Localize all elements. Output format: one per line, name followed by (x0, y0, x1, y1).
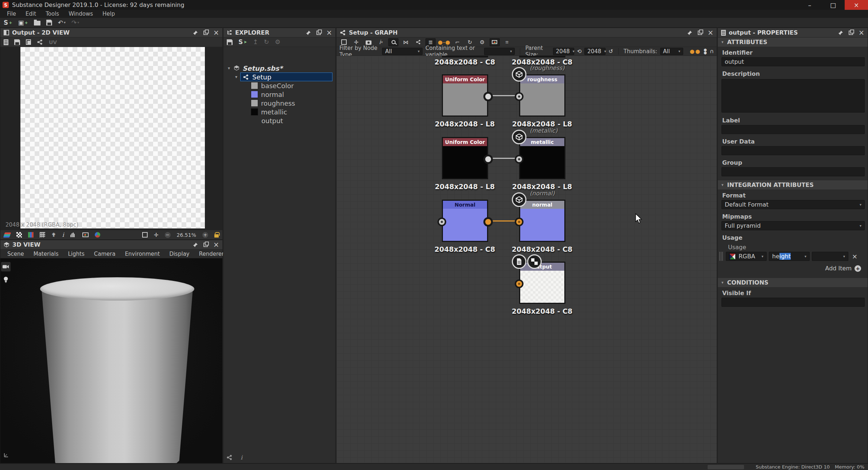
section-integration-attributes[interactable]: ▾ INTEGRATION ATTRIBUTES (718, 180, 868, 189)
input-connector[interactable] (515, 218, 523, 226)
tree-row-output[interactable]: baseColor (223, 81, 335, 90)
maximize-button[interactable]: □ (821, 0, 845, 10)
add-item-button[interactable]: Add Item+ (825, 265, 861, 272)
mipmaps-select[interactable]: Full pyramid▾ (721, 221, 865, 230)
information-icon[interactable]: i (241, 454, 242, 461)
node-thumbnail[interactable] (443, 146, 487, 178)
output-label[interactable]: roughness (261, 99, 295, 107)
graph-header[interactable]: Setup - GRAPH × (336, 28, 717, 38)
tree-row-output[interactable]: roughness (223, 99, 335, 107)
publish-substance-icon[interactable]: S➤ (238, 39, 247, 45)
node-uniform-color-roughness[interactable]: Uniform Color (442, 74, 488, 117)
3d-view-header[interactable]: 3D VIEW × (0, 240, 222, 250)
link-size-icon[interactable]: ⟲ (577, 48, 582, 55)
fit-view-icon[interactable] (142, 232, 148, 238)
node-output[interactable]: output (519, 262, 565, 304)
close-panel-icon[interactable]: × (708, 29, 713, 36)
undo-icon[interactable]: ↶▾ (58, 20, 66, 26)
camera-mode-icon[interactable] (1, 262, 11, 271)
pin-icon[interactable] (306, 30, 311, 35)
reset-size-icon[interactable]: ↺ (608, 48, 613, 55)
node-header[interactable]: output (520, 263, 564, 271)
node-normal[interactable]: Normal (442, 200, 488, 242)
output-connector[interactable] (483, 217, 493, 227)
properties-header[interactable]: output - PROPERTIES × (718, 28, 868, 38)
usage-name-select[interactable]: height▾ (769, 252, 810, 261)
section-conditions[interactable]: ▾ CONDITIONS (718, 278, 868, 287)
package-name[interactable]: Setup.sbs* (242, 64, 283, 72)
output-connector[interactable] (483, 92, 493, 101)
histogram-icon[interactable] (70, 232, 76, 237)
close-panel-icon[interactable]: × (326, 29, 332, 36)
lock-view-icon[interactable] (214, 234, 219, 238)
new-substance-icon[interactable]: S+ (4, 20, 12, 26)
output-label[interactable]: normal (261, 91, 284, 98)
pan-view-icon[interactable]: ✛ (154, 232, 159, 238)
3d-viewport[interactable] (0, 258, 222, 463)
usage-colorspace-select[interactable]: ▾ (812, 252, 848, 261)
snap-magnet-icon[interactable]: ∩ (710, 48, 714, 55)
tree-row-output[interactable]: output (223, 116, 335, 125)
output-connector[interactable] (483, 154, 493, 164)
reload-icon[interactable]: ↻ (264, 39, 269, 45)
remove-usage-icon[interactable]: × (852, 252, 857, 260)
axis-gizmo-icon[interactable] (3, 452, 9, 459)
3d-mesh-cylinder[interactable] (40, 277, 194, 463)
frame-selection-icon[interactable]: ⌗ (502, 38, 512, 46)
section-attributes[interactable]: ▾ ATTRIBUTES (718, 38, 868, 47)
menu-help[interactable]: Help (98, 11, 120, 17)
save-all-icon[interactable] (46, 20, 52, 26)
output-texture-preview[interactable] (20, 47, 205, 228)
menu-windows[interactable]: Windows (64, 11, 98, 17)
menu-materials[interactable]: Materials (30, 251, 63, 257)
redo-icon[interactable]: ↷▾ (71, 20, 79, 26)
parent-width-select[interactable]: 2048▾ (553, 48, 574, 55)
userdata-field[interactable] (721, 146, 865, 155)
export-image-icon[interactable] (4, 39, 8, 45)
zoom-out-button[interactable]: − (165, 232, 171, 238)
input-connector[interactable] (515, 279, 523, 288)
float-panel-icon[interactable] (203, 243, 208, 247)
information-icon[interactable]: i (62, 231, 64, 238)
node-header[interactable]: roughness (520, 75, 564, 83)
input-connector[interactable] (515, 92, 523, 101)
node-output-roughness[interactable]: roughness (519, 74, 565, 117)
save-image-icon[interactable] (14, 39, 20, 45)
package-settings-icon[interactable]: ⚙ (275, 39, 280, 45)
label-field[interactable] (721, 125, 865, 134)
tree-row-package[interactable]: ▾ Setup.sbs* (223, 64, 335, 73)
node-header[interactable]: Uniform Color (443, 75, 487, 83)
export-icon[interactable]: ↥ (253, 39, 258, 45)
close-panel-icon[interactable]: × (213, 241, 219, 248)
explorer-header[interactable]: EXPLORER × (223, 28, 335, 38)
tree-row-output[interactable]: normal (223, 90, 335, 99)
color-wheel-icon[interactable] (95, 232, 100, 238)
node-thumbnail[interactable] (443, 209, 487, 241)
menu-tools[interactable]: Tools (41, 11, 64, 17)
node-thumbnail[interactable] (520, 271, 564, 303)
containing-text-select[interactable]: ▾ (484, 48, 515, 55)
graph-selected-row[interactable]: Setup (240, 73, 332, 81)
output-label[interactable]: output (261, 117, 283, 125)
pin-icon[interactable] (193, 30, 198, 35)
node-thumbnail[interactable] (520, 209, 564, 241)
output-label[interactable]: baseColor (261, 82, 294, 90)
zoom-in-button[interactable]: + (202, 232, 208, 238)
materials-view-icon[interactable] (3, 232, 11, 238)
menu-file[interactable]: File (2, 11, 21, 17)
thumbnails-select[interactable]: All▾ (660, 48, 683, 55)
float-panel-icon[interactable] (698, 31, 702, 35)
close-panel-icon[interactable]: × (213, 29, 219, 36)
filter-node-type-select[interactable]: All▾ (382, 48, 423, 55)
input-connector[interactable] (437, 218, 446, 226)
format-select[interactable]: Default Format▾ (721, 200, 865, 209)
usage-type-select[interactable]: RGBA▾ (726, 252, 767, 261)
node-uniform-color-metallic[interactable]: Uniform Color (442, 137, 488, 179)
chevron-down-icon[interactable]: ▾ (226, 66, 231, 71)
graph-canvas[interactable]: 2048x2048 - C8 2048x2048 - C8 Uniform Co… (336, 56, 717, 463)
pin-icon[interactable] (687, 30, 692, 35)
tree-row-graph[interactable]: ▾ Setup (223, 73, 335, 81)
menu-display[interactable]: Display (165, 251, 193, 257)
graph-node-icon[interactable] (413, 38, 423, 46)
chevron-down-icon[interactable]: ▾ (234, 74, 239, 79)
